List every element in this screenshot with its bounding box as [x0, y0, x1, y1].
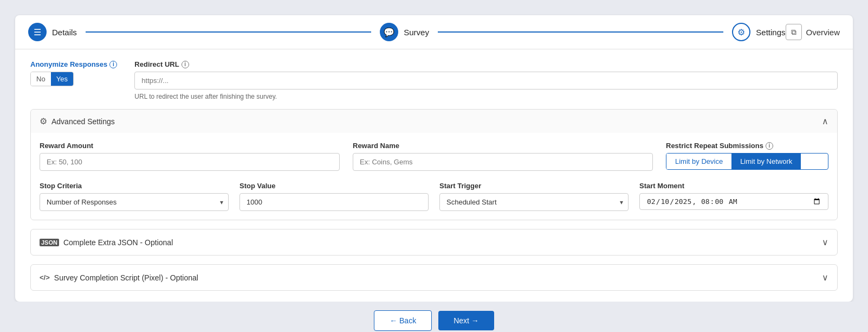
stop-criteria-select[interactable]: Number of Responses Time Based — [40, 193, 229, 211]
next-button[interactable]: Next → — [438, 311, 494, 330]
start-trigger-select[interactable]: Scheduled Start Manual — [439, 193, 629, 211]
reward-name-input[interactable] — [353, 153, 653, 171]
script-icon: </> — [40, 273, 50, 282]
settings-icon: ⚙ — [732, 23, 750, 41]
json-icon: JSON — [40, 239, 59, 246]
script-header-left: </> Survey Completion Script (Pixel) - O… — [40, 273, 198, 282]
start-trigger-label: Start Trigger — [439, 182, 629, 190]
survey-label: Survey — [404, 28, 429, 37]
advanced-gear-icon: ⚙ — [40, 116, 47, 126]
nav-line-1 — [86, 31, 371, 33]
script-label: Survey Completion Script (Pixel) - Optio… — [54, 273, 198, 282]
json-section: JSON Complete Extra JSON - Optional ∨ — [30, 229, 838, 256]
json-label: Complete Extra JSON - Optional — [63, 238, 173, 247]
nav-line-2 — [438, 31, 723, 33]
start-moment-group: Start Moment — [639, 182, 828, 210]
settings-label: Settings — [756, 28, 785, 37]
stop-criteria-label: Stop Criteria — [40, 182, 229, 190]
nav-step-settings[interactable]: ⚙ Settings — [732, 23, 785, 41]
top-section: Anonymize Responses i No Yes Redirect UR… — [30, 60, 838, 100]
top-nav: ☰ Details 💬 Survey ⚙ Settings ⧉ Overview — [15, 15, 853, 49]
anonymize-section: Anonymize Responses i No Yes — [30, 60, 117, 86]
main-card: ☰ Details 💬 Survey ⚙ Settings ⧉ Overview — [15, 15, 853, 302]
limit-by-device-button[interactable]: Limit by Device — [666, 154, 731, 169]
script-chevron-icon: ∨ — [822, 272, 828, 283]
script-section: </> Survey Completion Script (Pixel) - O… — [30, 264, 838, 291]
redirect-label: Redirect URL i — [134, 60, 838, 68]
advanced-body: Reward Amount Reward Name Restrict Repea… — [31, 133, 837, 220]
anonymize-toggle-group: No Yes — [30, 72, 74, 86]
anonymize-yes-button[interactable]: Yes — [51, 72, 73, 86]
advanced-section: ⚙ Advanced Settings ∧ Reward Amount Rewa… — [30, 109, 838, 220]
anonymize-no-button[interactable]: No — [31, 72, 51, 86]
start-moment-input[interactable] — [639, 193, 828, 210]
bottom-bar: ← Back Next → — [15, 302, 853, 332]
nav-step-details[interactable]: ☰ Details — [28, 23, 77, 41]
stop-value-label: Stop Value — [239, 182, 429, 190]
stop-value-input[interactable] — [239, 193, 429, 211]
reward-name-label: Reward Name — [353, 142, 653, 150]
redirect-hint: URL to redirect the user after finishing… — [134, 93, 838, 100]
json-header[interactable]: JSON Complete Extra JSON - Optional ∨ — [31, 229, 837, 255]
outer-container: ☰ Details 💬 Survey ⚙ Settings ⧉ Overview — [9, 9, 859, 332]
overview-icon: ⧉ — [786, 24, 802, 40]
advanced-header[interactable]: ⚙ Advanced Settings ∧ — [31, 110, 837, 133]
redirect-url-input[interactable] — [134, 72, 838, 90]
stop-criteria-row: Stop Criteria Number of Responses Time B… — [40, 182, 828, 211]
reward-name-group: Reward Name — [353, 142, 653, 171]
nav-step-survey[interactable]: 💬 Survey — [380, 23, 429, 41]
reward-amount-group: Reward Amount — [40, 142, 340, 171]
restrict-info-icon[interactable]: i — [766, 142, 773, 150]
survey-icon: 💬 — [380, 23, 398, 41]
reward-amount-input[interactable] — [40, 153, 340, 171]
details-icon: ☰ — [28, 23, 47, 41]
stop-value-group: Stop Value — [239, 182, 429, 211]
json-chevron-icon: ∨ — [822, 237, 828, 247]
back-button[interactable]: ← Back — [374, 310, 432, 331]
details-label: Details — [52, 28, 77, 37]
stop-criteria-group: Stop Criteria Number of Responses Time B… — [40, 182, 229, 211]
reward-amount-label: Reward Amount — [40, 142, 340, 150]
redirect-info-icon[interactable]: i — [182, 61, 189, 68]
restrict-label: Restrict Repeat Submissions i — [666, 142, 828, 150]
overview-label: Overview — [806, 28, 840, 37]
start-moment-label: Start Moment — [639, 182, 828, 190]
content-area: Anonymize Responses i No Yes Redirect UR… — [15, 49, 853, 302]
nav-overview[interactable]: ⧉ Overview — [786, 24, 840, 40]
stop-criteria-select-wrapper: Number of Responses Time Based ▾ — [40, 193, 229, 211]
advanced-header-label: Advanced Settings — [51, 117, 115, 126]
json-header-left: JSON Complete Extra JSON - Optional — [40, 238, 173, 247]
restrict-section: Restrict Repeat Submissions i Limit by D… — [666, 142, 828, 170]
start-trigger-group: Start Trigger Scheduled Start Manual ▾ — [439, 182, 629, 211]
anonymize-info-icon[interactable]: i — [109, 61, 117, 68]
anonymize-label: Anonymize Responses i — [30, 60, 117, 68]
advanced-header-left: ⚙ Advanced Settings — [40, 116, 115, 126]
start-trigger-select-wrapper: Scheduled Start Manual ▾ — [439, 193, 629, 211]
restrict-buttons: Limit by Device Limit by Network — [666, 153, 828, 170]
script-header[interactable]: </> Survey Completion Script (Pixel) - O… — [31, 265, 837, 290]
advanced-chevron-icon: ∧ — [822, 116, 828, 126]
redirect-section: Redirect URL i URL to redirect the user … — [134, 60, 838, 100]
limit-by-network-button[interactable]: Limit by Network — [731, 154, 801, 169]
reward-row: Reward Amount Reward Name Restrict Repea… — [40, 142, 828, 171]
